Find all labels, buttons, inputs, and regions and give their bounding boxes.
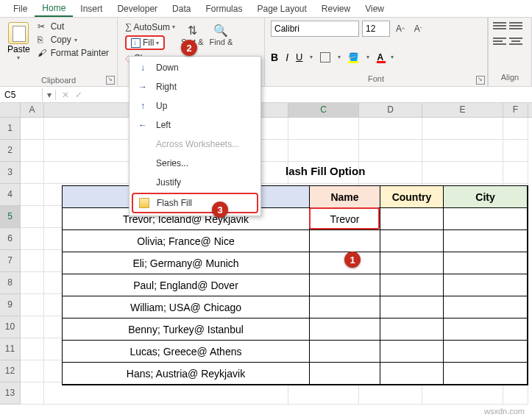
table-cell[interactable] [380, 363, 444, 385]
row-header-1[interactable]: 1 [0, 118, 21, 140]
row-header-2[interactable]: 2 [0, 140, 21, 162]
table-cell[interactable] [310, 296, 380, 318]
col-header-d[interactable]: D [359, 103, 422, 117]
row-header-8[interactable]: 8 [0, 272, 21, 294]
table-cell[interactable] [310, 230, 380, 252]
table-cell[interactable] [380, 296, 444, 318]
tab-file[interactable]: File [6, 1, 35, 16]
table-cell[interactable]: William; USA@ Chicago [63, 296, 310, 318]
cancel-formula-icon[interactable]: ✕ [62, 90, 69, 100]
decrease-font-button[interactable]: Aˇ [411, 21, 425, 36]
table-cell[interactable] [380, 252, 444, 274]
cell-c5[interactable]: Trevor [310, 208, 380, 230]
fill-color-button[interactable]: 🪣 [348, 52, 359, 63]
table-cell[interactable] [444, 363, 528, 385]
table-cell[interactable] [310, 274, 380, 296]
font-name-select[interactable] [271, 21, 359, 37]
table-cell[interactable] [444, 318, 528, 341]
table-cell[interactable] [444, 296, 528, 318]
brush-icon: 🖌 [38, 48, 48, 58]
fill-justify-item[interactable]: Justify [131, 173, 259, 192]
table-cell[interactable]: Paul; England@ Dover [63, 274, 310, 296]
font-size-select[interactable] [362, 21, 390, 37]
col-header-a[interactable]: A [21, 103, 44, 117]
align-left-button[interactable] [493, 38, 506, 45]
row-header-10[interactable]: 10 [0, 316, 21, 338]
table-cell[interactable] [380, 341, 444, 363]
tab-page-layout[interactable]: Page Layout [249, 1, 313, 16]
table-cell[interactable] [310, 363, 380, 385]
row-header-9[interactable]: 9 [0, 294, 21, 316]
table-cell[interactable] [444, 252, 528, 274]
font-color-button[interactable]: A [377, 52, 383, 63]
table-cell[interactable] [444, 230, 528, 252]
fill-across-item: Across Worksheets... [131, 135, 259, 154]
increase-font-button[interactable]: A^ [393, 21, 408, 36]
fill-left-item[interactable]: ←Left [131, 115, 259, 135]
row-header-6[interactable]: 6 [0, 228, 21, 250]
row-header-12[interactable]: 12 [0, 360, 21, 382]
tab-review[interactable]: Review [314, 1, 358, 16]
ribbon: Paste ▾ ✂ Cut ⎘ Copy ▾ 🖌 Format Painter [0, 18, 532, 87]
tab-formulas[interactable]: Formulas [198, 1, 249, 16]
cell-grid[interactable]: lash Fill Option Name Name Country City … [21, 118, 528, 405]
flash-fill-item[interactable]: Flash Fill [132, 193, 258, 213]
copy-button[interactable]: ⎘ Copy ▾ [36, 34, 110, 46]
table-cell[interactable]: Eli; Germany@ Munich [63, 252, 310, 274]
table-cell[interactable] [380, 230, 444, 252]
table-cell[interactable] [380, 208, 444, 230]
col-header-c[interactable]: C [288, 103, 359, 117]
fill-up-item[interactable]: ↑Up [131, 96, 259, 115]
paste-button[interactable]: Paste ▾ [4, 21, 33, 63]
tab-view[interactable]: View [358, 1, 391, 16]
table-cell[interactable] [380, 274, 444, 296]
font-dialog-launcher[interactable] [476, 76, 485, 85]
row-header-7[interactable]: 7 [0, 250, 21, 272]
underline-button[interactable]: U [296, 51, 302, 63]
tab-data[interactable]: Data [165, 1, 198, 16]
border-button[interactable] [320, 52, 330, 63]
fill-left-label: Left [156, 120, 171, 130]
row-header-11[interactable]: 11 [0, 338, 21, 360]
table-cell[interactable]: Benny; Turkey@ Istanbul [63, 318, 310, 341]
align-top-button[interactable] [493, 22, 506, 29]
fill-down-item[interactable]: ↓Down [131, 58, 259, 77]
table-cell[interactable] [310, 341, 380, 363]
clipboard-dialog-launcher[interactable] [106, 76, 115, 85]
cut-button[interactable]: ✂ Cut [36, 21, 110, 32]
fill-right-item[interactable]: →Right [131, 77, 259, 96]
bold-button[interactable]: B [271, 51, 278, 63]
fill-series-item[interactable]: Series... [131, 154, 259, 173]
table-cell[interactable] [444, 341, 528, 363]
table-cell[interactable] [444, 208, 528, 230]
tab-insert[interactable]: Insert [73, 1, 110, 16]
italic-button[interactable]: I [285, 51, 288, 63]
tab-home[interactable]: Home [35, 1, 73, 17]
table-cell[interactable]: Lucas; Greece@ Athens [63, 341, 310, 363]
row-header-4[interactable]: 4 [0, 184, 21, 206]
ribbon-tabs: File Home Insert Developer Data Formulas… [0, 0, 532, 18]
row-header-5[interactable]: 5 [0, 206, 21, 228]
table-cell[interactable] [444, 274, 528, 296]
align-center-button[interactable] [509, 38, 522, 45]
select-all-corner[interactable] [0, 103, 21, 117]
name-box[interactable]: C5 [0, 88, 43, 102]
format-painter-button[interactable]: 🖌 Format Painter [36, 47, 110, 59]
enter-formula-icon[interactable]: ✓ [75, 90, 82, 100]
fill-button[interactable]: Fill ▾ [125, 35, 165, 50]
row-header-13[interactable]: 13 [0, 382, 21, 405]
find-select-button[interactable]: 🔍 Find & [210, 24, 233, 46]
fill-label: Fill [143, 38, 154, 48]
column-headers: A B C D E F [0, 103, 532, 118]
autosum-button[interactable]: ∑ AutoSum ▾ [124, 21, 177, 33]
align-middle-button[interactable] [509, 22, 522, 29]
table-cell[interactable] [310, 318, 380, 341]
col-header-e[interactable]: E [422, 103, 503, 117]
tab-developer[interactable]: Developer [110, 1, 165, 16]
table-cell[interactable]: Olivia; France@ Nice [63, 230, 310, 252]
name-box-dropdown[interactable]: ▾ [43, 90, 56, 100]
table-cell[interactable] [380, 318, 444, 341]
row-header-3[interactable]: 3 [0, 162, 21, 184]
table-cell[interactable]: Hans; Austria@ Reykjavik [63, 363, 310, 385]
col-header-f[interactable]: F [503, 103, 528, 117]
